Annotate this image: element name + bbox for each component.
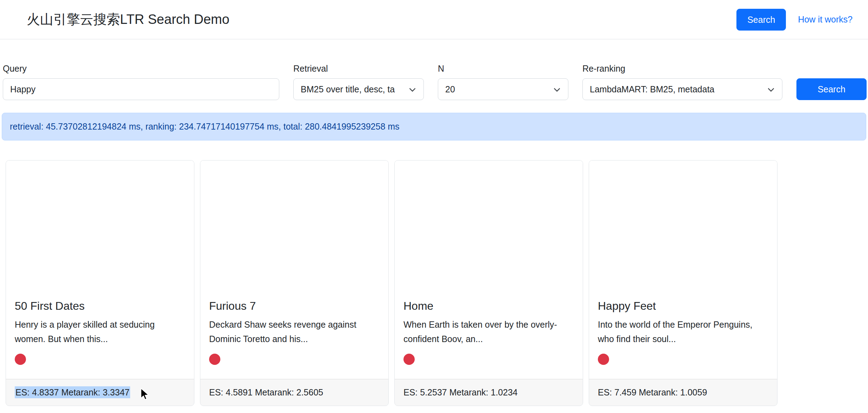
red-dot-icon xyxy=(209,354,220,365)
reranking-selected-value: LambdaMART: BM25, metadata xyxy=(590,84,714,94)
movie-poster-placeholder xyxy=(589,160,777,291)
reranking-field-group: Re-ranking LambdaMART: BM25, metadata xyxy=(582,64,782,100)
app-header: 火山引擎云搜索LTR Search Demo Search How it wor… xyxy=(0,0,868,39)
n-select[interactable]: 20 xyxy=(438,78,568,100)
movie-title: 50 First Dates xyxy=(15,300,185,313)
n-field-group: N 20 xyxy=(438,64,568,100)
query-label: Query xyxy=(3,64,279,74)
card-body: Home When Earth is taken over by the ove… xyxy=(395,291,583,379)
chevron-down-icon xyxy=(768,85,774,92)
retrieval-field-group: Retrieval BM25 over title, desc, ta xyxy=(293,64,424,100)
movie-description: Henry is a player skilled at seducing wo… xyxy=(15,317,185,346)
card-body: Happy Feet Into the world of the Emperor… xyxy=(589,291,777,379)
search-submit-button[interactable]: Search xyxy=(796,78,867,100)
retrieval-selected-value: BM25 over title, desc, ta xyxy=(301,84,395,94)
reranking-label: Re-ranking xyxy=(582,64,782,74)
movie-title: Furious 7 xyxy=(209,300,380,313)
n-label: N xyxy=(438,64,568,74)
red-dot-icon xyxy=(15,354,26,365)
reranking-select[interactable]: LambdaMART: BM25, metadata xyxy=(582,78,782,100)
result-card: 50 First Dates Henry is a player skilled… xyxy=(6,160,194,406)
movie-title: Home xyxy=(403,300,574,313)
results-grid: 50 First Dates Henry is a player skilled… xyxy=(0,160,868,406)
search-form: Query Retrieval BM25 over title, desc, t… xyxy=(0,39,868,100)
movie-description: When Earth is taken over by the overly-c… xyxy=(403,317,574,346)
chevron-down-icon xyxy=(554,85,560,92)
result-card: Home When Earth is taken over by the ove… xyxy=(394,160,583,406)
score-text: ES: 5.2537 Metarank: 1.0234 xyxy=(403,387,518,397)
movie-poster-placeholder xyxy=(395,160,583,291)
chevron-down-icon xyxy=(409,85,415,92)
header-search-button[interactable]: Search xyxy=(736,9,786,31)
card-body: 50 First Dates Henry is a player skilled… xyxy=(6,291,194,379)
movie-poster-placeholder xyxy=(6,160,194,291)
header-actions: Search How it works? xyxy=(736,9,853,31)
how-it-works-link[interactable]: How it works? xyxy=(798,14,853,25)
movie-description: Into the world of the Emperor Penguins, … xyxy=(598,317,768,346)
movie-title: Happy Feet xyxy=(598,300,768,313)
score-text: ES: 4.5891 Metarank: 2.5605 xyxy=(209,387,323,397)
score-footer: ES: 7.459 Metarank: 1.0059 xyxy=(589,379,777,406)
red-dot-icon xyxy=(403,354,415,365)
movie-description: Deckard Shaw seeks revenge against Domin… xyxy=(209,317,380,346)
score-text: ES: 4.8337 Metarank: 3.3347 xyxy=(15,386,130,398)
timing-status-alert: retrieval: 45.73702812194824 ms, ranking… xyxy=(2,113,866,140)
page-title: 火山引擎云搜索LTR Search Demo xyxy=(27,11,229,28)
n-selected-value: 20 xyxy=(445,84,455,94)
retrieval-label: Retrieval xyxy=(293,64,424,74)
score-footer: ES: 4.5891 Metarank: 2.5605 xyxy=(200,379,388,406)
red-dot-icon xyxy=(598,354,609,365)
result-card: Happy Feet Into the world of the Emperor… xyxy=(589,160,777,406)
score-text: ES: 7.459 Metarank: 1.0059 xyxy=(598,387,707,397)
card-body: Furious 7 Deckard Shaw seeks revenge aga… xyxy=(200,291,388,379)
result-card: Furious 7 Deckard Shaw seeks revenge aga… xyxy=(200,160,389,406)
query-field-group: Query xyxy=(3,64,279,100)
score-footer: ES: 5.2537 Metarank: 1.0234 xyxy=(395,379,583,406)
query-input[interactable] xyxy=(3,78,279,100)
movie-poster-placeholder xyxy=(200,160,388,291)
retrieval-select[interactable]: BM25 over title, desc, ta xyxy=(293,78,424,100)
score-footer: ES: 4.8337 Metarank: 3.3347 xyxy=(6,379,194,406)
search-button-group: Search xyxy=(796,78,867,100)
